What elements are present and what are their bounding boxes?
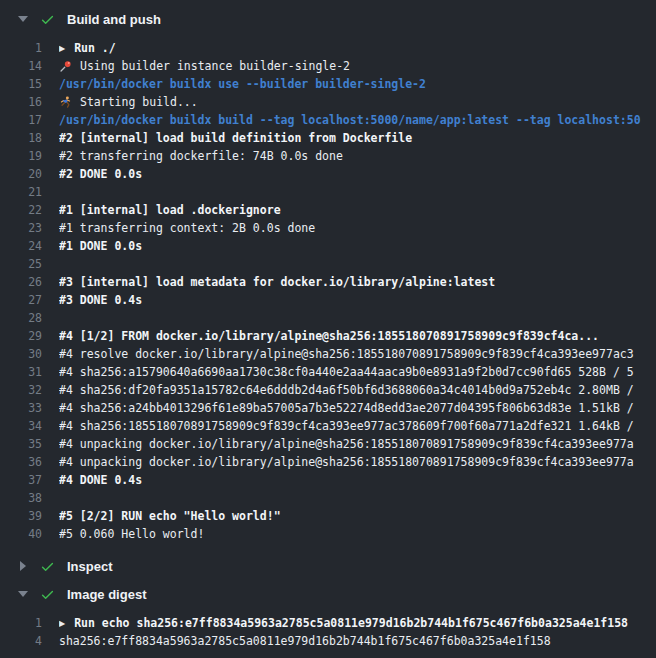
log-line: 30#4 resolve docker.io/library/alpine@sh… xyxy=(0,345,656,363)
section-build-and-push: Build and push 1▶Run ./14Using builder i… xyxy=(0,5,656,552)
line-number[interactable]: 33 xyxy=(0,401,42,415)
log-line: 22#1 [internal] load .dockerignore xyxy=(0,201,656,219)
log-line: 37#4 DONE 0.4s xyxy=(0,471,656,489)
log-line: 15/usr/bin/docker buildx use --builder b… xyxy=(0,75,656,93)
log-text: Starting build... xyxy=(59,95,656,109)
line-number[interactable]: 39 xyxy=(0,509,42,523)
log-text[interactable]: ▶Run ./ xyxy=(59,41,656,55)
log-text: #4 unpacking docker.io/library/alpine@sh… xyxy=(59,437,656,451)
line-number[interactable]: 27 xyxy=(0,293,42,307)
log-line: 16Starting build... xyxy=(0,93,656,111)
section-title: Build and push xyxy=(67,12,161,27)
runner-icon xyxy=(59,96,72,109)
line-number[interactable]: 40 xyxy=(0,527,42,541)
line-number[interactable]: 24 xyxy=(0,239,42,253)
expand-group-icon[interactable]: ▶ xyxy=(59,44,65,53)
section-image-digest: Image digest 1▶Run echo sha256:e7ff8834a… xyxy=(0,580,656,658)
line-number[interactable]: 17 xyxy=(0,113,42,127)
line-number[interactable]: 38 xyxy=(0,491,42,505)
log-line: 17/usr/bin/docker buildx build --tag loc… xyxy=(0,111,656,129)
chevron-right-icon xyxy=(17,561,28,571)
line-number[interactable]: 32 xyxy=(0,383,42,397)
log-line: 34#4 sha256:185518070891758909c9f839cf4c… xyxy=(0,417,656,435)
line-number[interactable]: 25 xyxy=(0,257,42,271)
log-text: #4 sha256:df20fa9351a15782c64e6dddb2d4a6… xyxy=(59,383,656,397)
section-header-image-digest[interactable]: Image digest xyxy=(0,580,656,608)
log-lines-build-and-push: 1▶Run ./14Using builder instance builder… xyxy=(0,33,656,552)
log-text: #2 DONE 0.0s xyxy=(59,167,656,181)
log-line: 27#3 DONE 0.4s xyxy=(0,291,656,309)
line-number[interactable]: 21 xyxy=(0,185,42,199)
log-text: #5 0.060 Hello world! xyxy=(59,527,656,541)
log-line: 14Using builder instance builder-single-… xyxy=(0,57,656,75)
log-text: #5 [2/2] RUN echo "Hello world!" xyxy=(59,509,656,523)
log-text: #4 sha256:185518070891758909c9f839cf4ca3… xyxy=(59,419,656,433)
section-header-inspect[interactable]: Inspect xyxy=(0,552,656,580)
line-number[interactable]: 4 xyxy=(0,634,42,648)
section-title: Inspect xyxy=(67,559,113,574)
line-number[interactable]: 35 xyxy=(0,437,42,451)
line-number[interactable]: 19 xyxy=(0,149,42,163)
log-line: 21 xyxy=(0,183,656,201)
line-number[interactable]: 1 xyxy=(0,616,42,630)
section-header-build-and-push[interactable]: Build and push xyxy=(0,5,656,33)
pushpin-icon xyxy=(59,60,72,73)
log-text[interactable]: ▶Run echo sha256:e7ff8834a5963a2785c5a08… xyxy=(59,616,656,630)
chevron-down-icon xyxy=(17,591,28,597)
log-line: 1▶Run echo sha256:e7ff8834a5963a2785c5a0… xyxy=(0,614,656,632)
log-line: 32#4 sha256:df20fa9351a15782c64e6dddb2d4… xyxy=(0,381,656,399)
line-number[interactable]: 31 xyxy=(0,365,42,379)
line-number[interactable]: 36 xyxy=(0,455,42,469)
log-text: #4 sha256:a15790640a6690aa1730c38cf0a440… xyxy=(59,365,656,379)
line-number[interactable]: 29 xyxy=(0,329,42,343)
line-number[interactable]: 16 xyxy=(0,95,42,109)
log-line: 29#4 [1/2] FROM docker.io/library/alpine… xyxy=(0,327,656,345)
line-number[interactable]: 15 xyxy=(0,77,42,91)
section-inspect: Inspect xyxy=(0,552,656,580)
log-line: 40#5 0.060 Hello world! xyxy=(0,525,656,543)
line-number[interactable]: 23 xyxy=(0,221,42,235)
success-check-icon xyxy=(40,587,55,602)
log-line: 1▶Run ./ xyxy=(0,39,656,57)
line-number[interactable]: 26 xyxy=(0,275,42,289)
success-check-icon xyxy=(40,12,55,27)
line-number[interactable]: 1 xyxy=(0,41,42,55)
line-number[interactable]: 34 xyxy=(0,419,42,433)
log-line: 4sha256:e7ff8834a5963a2785c5a0811e979d16… xyxy=(0,632,656,650)
line-number[interactable]: 20 xyxy=(0,167,42,181)
log-lines-image-digest: 1▶Run echo sha256:e7ff8834a5963a2785c5a0… xyxy=(0,608,656,658)
log-text: #3 DONE 0.4s xyxy=(59,293,656,307)
chevron-down-icon xyxy=(17,16,28,22)
line-number[interactable]: 30 xyxy=(0,347,42,361)
log-text: #4 [1/2] FROM docker.io/library/alpine@s… xyxy=(59,329,656,343)
log-text: Using builder instance builder-single-2 xyxy=(59,59,656,73)
log-line: 35#4 unpacking docker.io/library/alpine@… xyxy=(0,435,656,453)
log-command-text: /usr/bin/docker buildx build --tag local… xyxy=(59,113,656,127)
log-text: #4 DONE 0.4s xyxy=(59,473,656,487)
log-text: #3 [internal] load metadata for docker.i… xyxy=(59,275,656,289)
log-line: 31#4 sha256:a15790640a6690aa1730c38cf0a4… xyxy=(0,363,656,381)
line-number[interactable]: 22 xyxy=(0,203,42,217)
log-text: sha256:e7ff8834a5963a2785c5a0811e979d16b… xyxy=(59,634,656,648)
log-line: 25 xyxy=(0,255,656,273)
log-line: 24#1 DONE 0.0s xyxy=(0,237,656,255)
log-text: #1 transferring context: 2B 0.0s done xyxy=(59,221,656,235)
line-number[interactable]: 37 xyxy=(0,473,42,487)
expand-group-icon[interactable]: ▶ xyxy=(59,619,65,628)
section-title: Image digest xyxy=(67,587,146,602)
success-check-icon xyxy=(40,559,55,574)
log-text: #1 [internal] load .dockerignore xyxy=(59,203,656,217)
line-number[interactable]: 28 xyxy=(0,311,42,325)
log-line: 26#3 [internal] load metadata for docker… xyxy=(0,273,656,291)
log-line: 18#2 [internal] load build definition fr… xyxy=(0,129,656,147)
log-line: 28 xyxy=(0,309,656,327)
log-line: 23#1 transferring context: 2B 0.0s done xyxy=(0,219,656,237)
line-number[interactable]: 18 xyxy=(0,131,42,145)
workflow-log-viewer: Build and push 1▶Run ./14Using builder i… xyxy=(0,0,656,658)
log-line: 38 xyxy=(0,489,656,507)
log-text: #2 [internal] load build definition from… xyxy=(59,131,656,145)
log-text: #1 DONE 0.0s xyxy=(59,239,656,253)
log-text: #4 sha256:a24bb4013296f61e89ba57005a7b3e… xyxy=(59,401,656,415)
line-number[interactable]: 14 xyxy=(0,59,42,73)
log-text: #4 unpacking docker.io/library/alpine@sh… xyxy=(59,455,656,469)
